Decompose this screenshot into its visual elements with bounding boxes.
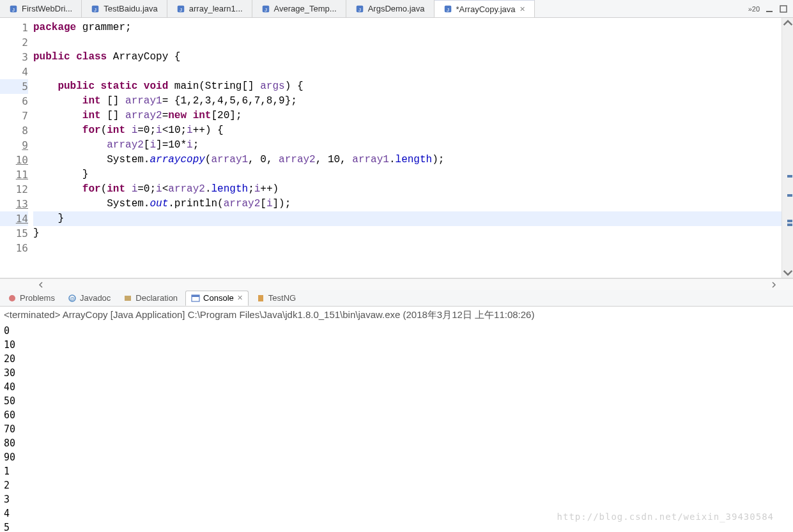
java-file-icon: J: [9, 4, 18, 13]
problems-icon: [8, 294, 17, 303]
svg-rect-13: [780, 6, 787, 12]
tab-javadoc[interactable]: @ Javadoc: [63, 291, 116, 306]
tab-label: Average_Temp...: [274, 4, 337, 13]
console-line: 3: [4, 492, 789, 506]
line-number[interactable]: 11: [0, 167, 28, 182]
code-line[interactable]: }: [33, 211, 781, 226]
tab-problems[interactable]: Problems: [3, 291, 60, 306]
code-editor[interactable]: package grammer;public class ArrayCopy {…: [33, 18, 781, 278]
console-line: 1: [4, 464, 789, 478]
line-number[interactable]: 2: [0, 35, 28, 50]
line-number-gutter[interactable]: 12345678910111213141516: [0, 18, 33, 278]
svg-rect-12: [766, 11, 773, 12]
editor-tab-firstwebdri[interactable]: J FirstWebDri...: [0, 0, 82, 17]
line-number[interactable]: 10: [0, 153, 28, 167]
overflow-label[interactable]: »20: [748, 5, 760, 13]
console-header: <terminated> ArrayCopy [Java Application…: [0, 307, 793, 323]
overview-ruler[interactable]: [782, 28, 794, 268]
line-number[interactable]: 4: [0, 65, 28, 79]
editor-vertical-scrollbar[interactable]: [781, 18, 793, 278]
code-line[interactable]: }: [33, 167, 781, 182]
editor-tab-bar: J FirstWebDri... J TestBaidu.java J arra…: [0, 0, 793, 18]
code-line[interactable]: [33, 65, 781, 79]
line-number[interactable]: 13: [0, 197, 28, 211]
scroll-right-icon[interactable]: [769, 280, 779, 290]
close-tab-icon[interactable]: ✕: [520, 5, 525, 13]
maximize-icon[interactable]: [779, 4, 788, 13]
line-number[interactable]: 8: [0, 123, 28, 138]
java-file-icon: J: [443, 4, 452, 13]
scroll-down-icon[interactable]: [783, 268, 793, 278]
console-line: 90: [4, 450, 789, 464]
line-number[interactable]: 12: [0, 182, 28, 197]
editor-tab-arraylearn[interactable]: J array_learn1...: [167, 0, 252, 17]
editor-tab-arraycopy[interactable]: J *ArrayCopy.java ✕: [435, 0, 535, 17]
console-line: 20: [4, 352, 789, 366]
svg-point-14: [9, 295, 15, 301]
code-line[interactable]: [33, 35, 781, 50]
line-number[interactable]: 5: [0, 79, 28, 94]
code-line[interactable]: }: [33, 226, 781, 241]
editor-tab-testbaidu[interactable]: J TestBaidu.java: [82, 0, 167, 17]
minimize-icon[interactable]: [765, 4, 774, 13]
java-file-icon: J: [355, 4, 364, 13]
tab-testng[interactable]: TestNG: [251, 291, 301, 306]
svg-text:J: J: [265, 6, 267, 12]
svg-text:J: J: [358, 6, 361, 12]
editor-body: 12345678910111213141516 package grammer;…: [0, 18, 793, 278]
console-line: 5: [4, 521, 789, 532]
line-number[interactable]: 15: [0, 226, 28, 241]
code-line[interactable]: for(int i=0;i<10;i++) {: [33, 123, 781, 138]
code-line[interactable]: System.arraycopy(array1, 0, array2, 10, …: [33, 153, 781, 167]
tab-label: Javadoc: [80, 293, 111, 303]
code-line[interactable]: int [] array1= {1,2,3,4,5,6,7,8,9};: [33, 94, 781, 109]
line-number[interactable]: 6: [0, 94, 28, 109]
svg-text:J: J: [12, 6, 15, 12]
code-line[interactable]: for(int i=0;i<array2.length;i++): [33, 182, 781, 197]
svg-rect-20: [258, 295, 263, 301]
java-file-icon: J: [261, 4, 270, 13]
declaration-icon: [123, 294, 132, 303]
svg-rect-19: [192, 295, 199, 297]
console-line: 4: [4, 506, 789, 521]
tab-label: array_learn1...: [189, 4, 243, 13]
tab-declaration[interactable]: Declaration: [118, 291, 183, 306]
line-number[interactable]: 3: [0, 50, 28, 65]
console-output[interactable]: 010203040506070809012345: [0, 323, 793, 532]
console-line: 80: [4, 436, 789, 450]
code-line[interactable]: [33, 241, 781, 255]
tab-label: TestNG: [268, 293, 296, 303]
java-file-icon: J: [176, 4, 185, 13]
line-number[interactable]: 7: [0, 109, 28, 123]
svg-text:J: J: [180, 6, 182, 12]
tab-label: Declaration: [135, 293, 178, 303]
console-line: 50: [4, 394, 789, 408]
bottom-view-tabs: Problems @ Javadoc Declaration Console ✕…: [0, 290, 793, 307]
console-line: 40: [4, 380, 789, 394]
line-number[interactable]: 1: [0, 20, 28, 35]
editor-tab-argsdemo[interactable]: J ArgsDemo.java: [346, 0, 435, 17]
code-line[interactable]: int [] array2=new int[20];: [33, 109, 781, 123]
testng-icon: [256, 294, 265, 303]
tab-label: ArgsDemo.java: [368, 4, 425, 13]
scroll-up-icon[interactable]: [783, 18, 793, 28]
line-number[interactable]: 16: [0, 241, 28, 255]
editor-tab-averagetemp[interactable]: J Average_Temp...: [252, 0, 346, 17]
line-number[interactable]: 9: [0, 138, 28, 153]
code-line[interactable]: package grammer;: [33, 20, 781, 35]
editor-horizontal-scrollbar[interactable]: [0, 278, 793, 290]
code-line[interactable]: System.out.println(array2[i]);: [33, 197, 781, 211]
tab-label: Console: [203, 293, 234, 303]
tab-label: TestBaidu.java: [104, 4, 158, 13]
svg-text:J: J: [94, 6, 96, 12]
close-view-icon[interactable]: ✕: [237, 294, 243, 302]
code-line[interactable]: public class ArrayCopy {: [33, 50, 781, 65]
tab-console[interactable]: Console ✕: [185, 291, 249, 306]
code-line[interactable]: array2[i]=10*i;: [33, 138, 781, 153]
code-line[interactable]: public static void main(String[] args) {: [33, 79, 781, 94]
scroll-left-icon[interactable]: [36, 280, 46, 290]
javadoc-icon: @: [68, 294, 77, 303]
console-line: 0: [4, 324, 789, 338]
line-number[interactable]: 14: [0, 211, 28, 226]
console-line: 2: [4, 478, 789, 492]
